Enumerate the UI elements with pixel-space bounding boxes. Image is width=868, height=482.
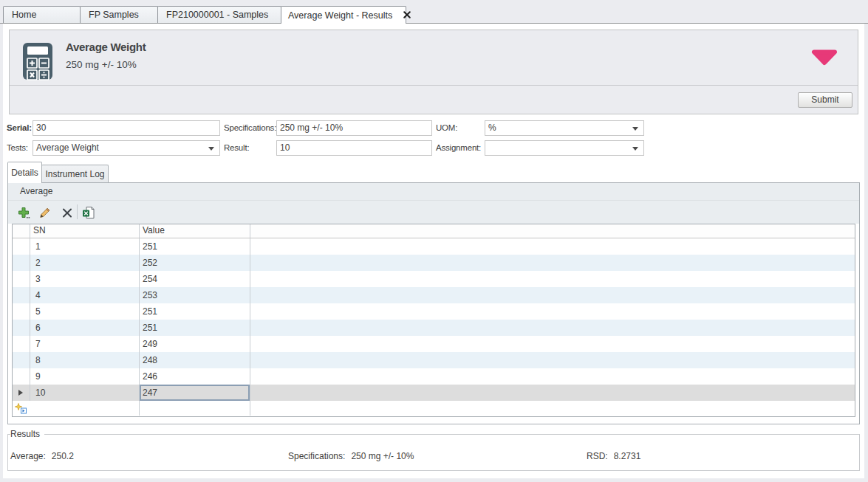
assignment-label: Assignment: — [436, 140, 481, 156]
grid-row-10[interactable]: 10 247 — [13, 385, 855, 401]
results-average: Average:250.2 — [10, 451, 74, 461]
tab-instrument-log[interactable]: Instrument Log — [41, 165, 109, 182]
average-label: Average: — [10, 451, 46, 461]
results-caption: Results — [10, 430, 44, 439]
result-label: Result: — [224, 140, 249, 156]
results-border — [7, 434, 860, 471]
grid-row-1[interactable]: 1251 — [13, 238, 855, 255]
current-row-indicator — [18, 390, 23, 396]
tab-home-label: Home — [12, 10, 36, 20]
grid-row-9[interactable]: 9246 — [13, 368, 855, 385]
rsd-label: RSD: — [587, 451, 608, 461]
tab-details-label: Details — [11, 168, 38, 178]
grid-row-8[interactable]: 8248 — [13, 352, 855, 368]
page-title: Average Weight — [66, 41, 146, 53]
header-panel: Average Weight 250 mg +/- 10% Submit — [9, 30, 858, 114]
delete-row-button[interactable] — [61, 206, 74, 219]
tab-home[interactable]: Home — [3, 6, 81, 23]
tabbar-underline — [0, 23, 868, 24]
result-input[interactable]: 10 — [276, 140, 432, 156]
grid-header-row: SN Value — [13, 224, 855, 238]
results-section: Results Average:250.2 Specifications:250… — [7, 430, 860, 471]
grid-toolbar — [8, 201, 859, 224]
submit-button[interactable]: Submit — [798, 92, 852, 108]
results-rsd: RSD:8.2731 — [587, 451, 640, 461]
tab-fp-samples-label: FP Samples — [89, 10, 139, 20]
edit-row-button[interactable] — [38, 206, 52, 219]
average-value: 250.2 — [52, 451, 74, 461]
results-specifications: Specifications:250 mg +/- 10% — [288, 451, 414, 461]
tab-fp-samples[interactable]: FP Samples — [80, 6, 158, 23]
toolbar-separator — [77, 204, 78, 219]
uom-select[interactable]: % — [485, 120, 644, 136]
grid-row-4[interactable]: 4253 — [13, 287, 855, 303]
page-subtitle: 250 mg +/- 10% — [66, 59, 137, 70]
specifications-label: Specifications: — [224, 120, 276, 136]
grid-header-sn[interactable]: SN — [30, 224, 140, 238]
tests-label: Tests: — [7, 140, 28, 156]
grid-header-filler — [250, 224, 855, 238]
tab-average-weight-results-label: Average Weight - Results — [288, 10, 392, 21]
grid-header-value[interactable]: Value — [140, 224, 250, 238]
tab-fp210000001-samples[interactable]: FP210000001 - Samples — [157, 6, 281, 23]
group-caption-bar: Average — [8, 183, 859, 201]
group-caption: Average — [20, 186, 52, 196]
assignment-select[interactable] — [485, 140, 644, 156]
results-specifications-label: Specifications: — [288, 451, 345, 461]
status-flag-icon — [810, 49, 839, 69]
grid-row-2[interactable]: 2252 — [13, 255, 855, 271]
export-excel-button[interactable] — [82, 206, 95, 219]
grid-row-7[interactable]: 7249 — [13, 336, 855, 352]
average-grid: SN Value 1251 2252 3254 4253 5251 6251 7… — [12, 224, 855, 417]
tab-instrument-log-label: Instrument Log — [45, 169, 104, 179]
new-row-icon — [15, 403, 27, 416]
results-specifications-value: 250 mg +/- 10% — [351, 451, 414, 461]
serial-input[interactable]: 30 — [33, 120, 220, 136]
specifications-input[interactable]: 250 mg +/- 10% — [276, 120, 432, 136]
rsd-value: 8.2731 — [614, 451, 641, 461]
serial-label: Serial: — [7, 120, 32, 136]
uom-label: UOM: — [436, 120, 457, 136]
grid-header-indicator — [13, 224, 30, 238]
grid-row-3[interactable]: 3254 — [13, 271, 855, 287]
tab-close-icon[interactable] — [403, 10, 411, 21]
tab-fp210000001-samples-label: FP210000001 - Samples — [166, 10, 268, 20]
focused-cell[interactable]: 247 — [140, 385, 250, 401]
add-row-button[interactable] — [17, 206, 30, 219]
grid-new-row[interactable] — [13, 401, 855, 416]
calculator-icon — [22, 42, 53, 83]
tab-details[interactable]: Details — [7, 162, 42, 183]
details-panel: Average — [7, 182, 860, 424]
tab-average-weight-results[interactable]: Average Weight - Results — [281, 6, 406, 24]
grid-row-5[interactable]: 5251 — [13, 303, 855, 320]
tests-select[interactable]: Average Weight — [33, 140, 220, 156]
header-separator — [10, 85, 858, 86]
grid-row-6[interactable]: 6251 — [13, 320, 855, 336]
